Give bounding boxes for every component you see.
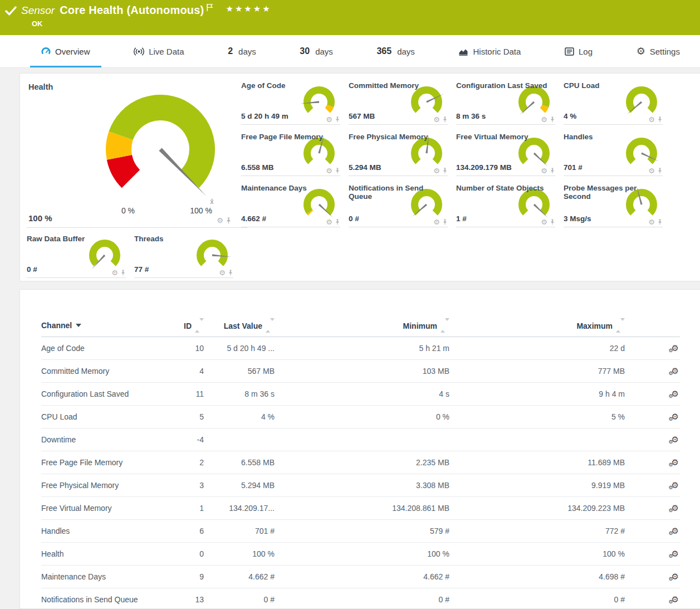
pin-icon[interactable]	[226, 217, 232, 224]
table-row: Age of Code105 d 20 h 49 ...5 h 21 m22 d…	[41, 337, 680, 360]
channels-table: ChannelIDLast ValueMinimumMaximum Age of…	[41, 314, 680, 609]
column-header-maximum[interactable]: Maximum	[449, 314, 625, 337]
table-row: Downtime-4⚙⚙	[41, 428, 680, 451]
channel-name: Handles	[41, 520, 172, 543]
column-header-channel[interactable]: Channel	[41, 314, 172, 337]
tab-label: Settings	[650, 47, 680, 56]
channel-settings-icon[interactable]: ⚙⚙	[672, 572, 679, 581]
channel-settings-icon[interactable]: ⚙⚙	[672, 389, 679, 398]
channel-settings-icon[interactable]: ⚙⚙	[672, 481, 679, 489]
tab-30-days[interactable]: 30days	[288, 35, 344, 67]
column-header-last-value[interactable]: Last Value	[204, 314, 275, 337]
table-row: Committed Memory4567 MB103 MB777 MB⚙⚙	[41, 360, 680, 383]
channel-id: 0	[172, 543, 204, 566]
channel-last-value: 8 m 36 s	[204, 383, 275, 406]
sensor-header: Sensor Core Health (Autonomous) ★★★★★ OK	[0, 0, 700, 35]
tab-number: 365	[376, 46, 391, 56]
channel-minimum: 100 %	[275, 543, 449, 566]
channel-name: Free Page File Memory	[41, 451, 172, 474]
gauge-tile-cpu-load: CPU Load4 %⚙	[564, 81, 663, 125]
gauge-title: Handles	[564, 133, 663, 141]
gear-icon[interactable]: ⚙	[217, 217, 223, 224]
channel-settings-icon[interactable]: ⚙⚙	[672, 367, 679, 375]
gauge-title: Raw Data Buffer	[27, 235, 126, 243]
tab-overview[interactable]: Overview	[30, 35, 101, 67]
status-badge: OK	[32, 20, 43, 28]
gauge-value: 77 #	[134, 265, 149, 274]
sort-icon	[266, 321, 275, 330]
channel-maximum: 11.689 MB	[449, 451, 625, 474]
tab-log[interactable]: Log	[554, 35, 604, 67]
table-row: Free Virtual Memory1134.209.17...134.208…	[41, 497, 680, 520]
channel-id: 11	[172, 383, 204, 406]
column-header-minimum[interactable]: Minimum	[275, 314, 449, 337]
channel-last-value: 134.209.17...	[204, 497, 275, 520]
channel-settings-icon[interactable]: ⚙⚙	[672, 412, 679, 421]
channel-settings-icon[interactable]: ⚙⚙	[672, 549, 679, 558]
channel-minimum: 2.235 MB	[275, 451, 449, 474]
tab-label: Log	[579, 47, 593, 56]
channel-maximum: 9.919 MB	[449, 474, 625, 497]
gauge-value: 567 MB	[349, 112, 375, 120]
channel-name: CPU Load	[41, 406, 172, 428]
channel-id: 9	[172, 566, 204, 588]
gauge-tile-free-page-file-memory: Free Page File Memory6.558 MB⚙	[241, 133, 340, 176]
sensor-type-label: Sensor	[21, 4, 55, 17]
flag-icon[interactable]	[207, 3, 213, 12]
gauge-tile-number-of-state-objects: Number of State Objects1 #⚙	[456, 184, 555, 227]
channel-id: 1	[172, 497, 204, 520]
channel-minimum: 134.208.861 MB	[275, 497, 449, 520]
channel-last-value: 4 %	[204, 406, 275, 428]
channel-settings-icon[interactable]: ⚙⚙	[672, 344, 679, 352]
gauge-value: 0 #	[349, 215, 359, 223]
tab-2-days[interactable]: 2days	[217, 35, 267, 67]
sort-icon	[616, 321, 625, 330]
table-row: Free Page File Memory26.558 MB2.235 MB11…	[41, 451, 680, 474]
chart-icon	[458, 47, 468, 56]
tab-historic-data[interactable]: Historic Data	[447, 35, 532, 67]
gauge-min-label: 0 %	[116, 206, 140, 215]
channel-settings-icon[interactable]: ⚙⚙	[672, 527, 679, 535]
gauge-title: Maintenance Days	[241, 184, 340, 192]
channel-name: Health	[41, 543, 172, 566]
gauge-value: 5 d 20 h 49 m	[241, 112, 288, 120]
gauge-value: 5.294 MB	[349, 163, 381, 172]
channel-maximum: 9 h 4 m	[449, 383, 625, 406]
log-icon	[565, 47, 574, 56]
channel-name: Age of Code	[41, 337, 172, 360]
tab-settings[interactable]: ⚙Settings	[625, 35, 691, 67]
channel-maximum: 5 %	[449, 406, 625, 428]
channel-last-value: 4.662 #	[204, 566, 275, 588]
column-header-id[interactable]: ID	[172, 314, 204, 337]
channel-settings-icon[interactable]: ⚙⚙	[672, 435, 679, 444]
channel-settings-icon[interactable]: ⚙⚙	[672, 595, 679, 603]
sort-icon	[440, 321, 449, 330]
channel-last-value: 701 #	[204, 520, 275, 543]
table-row: Handles6701 #579 #772 #⚙⚙	[41, 520, 680, 543]
gauge-value: 1 #	[456, 215, 467, 223]
priority-stars[interactable]: ★★★★★	[226, 4, 271, 14]
tab-365-days[interactable]: 365days	[365, 35, 425, 67]
gauge-title: Committed Memory	[349, 81, 448, 90]
tab-label: days	[315, 47, 333, 56]
channel-maximum: 772 #	[449, 520, 625, 543]
gauge-value: 134.209.179 MB	[456, 163, 512, 172]
channel-maximum: 777 MB	[449, 360, 625, 383]
channel-id: 4	[172, 360, 204, 383]
gauge-value: 3 Msg/s	[564, 215, 591, 223]
channel-settings-icon[interactable]: ⚙⚙	[672, 458, 679, 466]
channel-settings-icon[interactable]: ⚙⚙	[672, 504, 679, 512]
health-gauge-dial: x̄	[66, 74, 255, 216]
table-row: Free Physical Memory35.294 MB3.308 MB9.9…	[41, 474, 680, 497]
tab-label: Overview	[55, 47, 90, 56]
tab-label: Historic Data	[473, 47, 521, 56]
tab-live-data[interactable]: Live Data	[123, 35, 195, 67]
channel-name: Free Virtual Memory	[41, 497, 172, 520]
tab-label: days	[397, 47, 415, 56]
tab-label: Live Data	[149, 47, 184, 56]
health-gauge-value: 100 %	[28, 213, 52, 223]
channel-id: 10	[172, 337, 204, 360]
channel-last-value	[204, 428, 275, 451]
channel-maximum	[449, 428, 625, 451]
page-title: Core Health (Autonomous)	[60, 4, 204, 17]
